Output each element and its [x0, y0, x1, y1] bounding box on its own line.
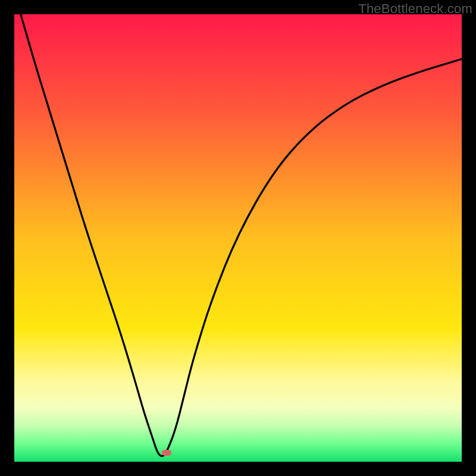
optimum-marker — [162, 450, 171, 456]
watermark-text: TheBottleneck.com — [358, 1, 472, 17]
bottleneck-curve — [14, 14, 462, 462]
chart-frame — [14, 14, 462, 462]
plot-area — [14, 14, 462, 462]
